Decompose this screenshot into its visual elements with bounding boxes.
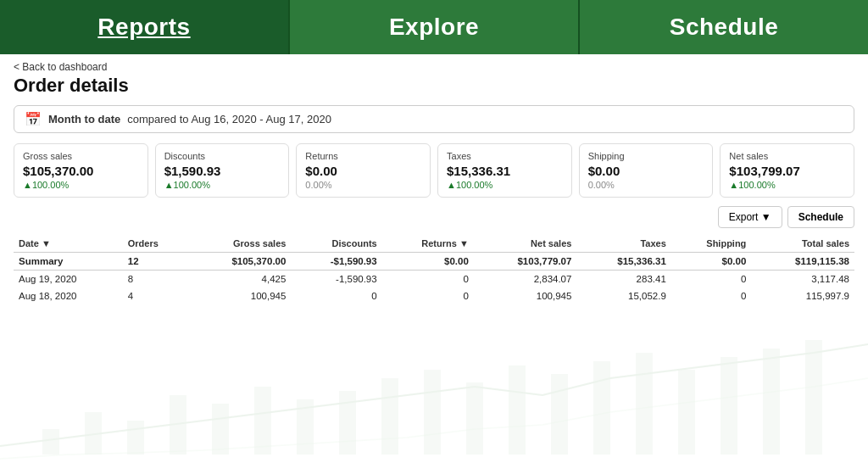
table-row-2: Aug 18, 20204100,94500100,94515,052.9011… (14, 287, 854, 304)
nav-reports[interactable]: Reports (0, 0, 288, 54)
table-cell-1-5: 2,834.07 (474, 271, 577, 288)
schedule-button[interactable]: Schedule (787, 206, 854, 228)
actions-row: Export ▼ Schedule (14, 206, 854, 228)
table-header-7: Shipping (671, 235, 752, 253)
svg-rect-2 (127, 421, 144, 455)
date-filter-bar[interactable]: 📅 Month to date compared to Aug 16, 2020… (14, 105, 854, 133)
svg-rect-3 (170, 395, 186, 455)
svg-rect-16 (721, 357, 737, 455)
table-cell-1-2: 4,425 (188, 271, 292, 288)
table-cell-2-3: 0 (291, 287, 381, 304)
table-cell-1-3: -1,590.93 (291, 271, 381, 288)
metric-change-0: ▲100.00% (23, 180, 139, 190)
svg-rect-18 (805, 340, 822, 455)
table-header-5: Net sales (474, 235, 577, 253)
table-cell-1-1: 8 (123, 271, 188, 288)
table-cell-0-4: $0.00 (382, 253, 474, 271)
comparison-text: compared to Aug 16, 2020 - Aug 17, 2020 (127, 113, 331, 126)
table-header: Date ▼OrdersGross salesDiscountsReturns … (14, 235, 854, 253)
back-link[interactable]: < Back to dashboard (14, 61, 854, 73)
metric-card-4: Shipping$0.000.00% (579, 143, 714, 198)
svg-rect-9 (424, 370, 441, 455)
svg-rect-14 (636, 353, 653, 455)
metric-value-1: $1,590.93 (164, 164, 281, 178)
table-cell-2-0: Aug 18, 2020 (14, 287, 123, 304)
metric-value-0: $105,370.00 (23, 164, 139, 178)
metric-card-0: Gross sales$105,370.00▲100.00% (14, 143, 148, 198)
metric-value-4: $0.00 (588, 164, 704, 178)
svg-rect-13 (593, 361, 610, 455)
metric-value-2: $0.00 (305, 164, 421, 178)
metric-card-1: Discounts$1,590.93▲100.00% (155, 143, 290, 198)
table-cell-0-6: $15,336.31 (576, 253, 670, 271)
metric-label-4: Shipping (588, 151, 704, 161)
svg-rect-4 (212, 404, 229, 455)
table-cell-1-7: 0 (671, 271, 752, 288)
table-header-2: Gross sales (188, 235, 292, 253)
metric-label-5: Net sales (729, 151, 845, 161)
nav-reports-label: Reports (97, 14, 190, 41)
table-header-0[interactable]: Date ▼ (14, 235, 123, 253)
svg-rect-6 (297, 399, 314, 455)
table-cell-0-7: $0.00 (671, 253, 752, 271)
metric-change-1: ▲100.00% (164, 180, 281, 190)
table-cell-1-6: 283.41 (576, 271, 670, 288)
metric-change-3: ▲100.00% (447, 180, 563, 190)
table-header-row: Date ▼OrdersGross salesDiscountsReturns … (14, 235, 854, 253)
table-row-0: Summary12$105,370.00-$1,590.93$0.00$103,… (14, 253, 854, 271)
table-cell-2-2: 100,945 (188, 287, 292, 304)
page-content: < Back to dashboard Order details 📅 Mont… (0, 54, 868, 313)
metric-label-1: Discounts (164, 151, 281, 161)
table-cell-2-6: 15,052.9 (576, 287, 670, 304)
main-content: < Back to dashboard Order details 📅 Mont… (0, 54, 868, 463)
table-header-3: Discounts (291, 235, 381, 253)
nav-explore-label: Explore (389, 14, 479, 41)
table-cell-1-0: Aug 19, 2020 (14, 271, 123, 288)
table-cell-2-7: 0 (671, 287, 752, 304)
svg-rect-11 (509, 365, 526, 455)
table-body: Summary12$105,370.00-$1,590.93$0.00$103,… (14, 253, 854, 305)
nav-explore[interactable]: Explore (290, 0, 578, 54)
table-cell-1-4: 0 (382, 271, 474, 288)
table-cell-0-3: -$1,590.93 (291, 253, 381, 271)
metric-card-2: Returns$0.000.00% (296, 143, 431, 198)
top-navigation: Reports Explore Schedule (0, 0, 868, 54)
nav-schedule[interactable]: Schedule (580, 0, 868, 54)
orders-table: Date ▼OrdersGross salesDiscountsReturns … (14, 235, 854, 304)
table-cell-0-2: $105,370.00 (188, 253, 292, 271)
metric-label-0: Gross sales (23, 151, 139, 161)
svg-rect-5 (254, 387, 271, 455)
metric-change-2: 0.00% (305, 180, 421, 190)
metric-card-3: Taxes$15,336.31▲100.00% (437, 143, 572, 198)
metric-change-4: 0.00% (588, 180, 704, 190)
svg-rect-8 (381, 378, 398, 455)
svg-rect-10 (466, 382, 483, 455)
metric-value-3: $15,336.31 (447, 164, 563, 178)
metric-label-3: Taxes (447, 151, 563, 161)
export-button[interactable]: Export ▼ (718, 206, 782, 228)
table-cell-1-8: 3,117.48 (751, 271, 854, 288)
metric-change-5: ▲100.00% (729, 180, 845, 190)
table-row-1: Aug 19, 202084,425-1,590.9302,834.07283.… (14, 271, 854, 288)
table-header-6: Taxes (576, 235, 670, 253)
svg-rect-17 (763, 349, 780, 455)
metrics-row: Gross sales$105,370.00▲100.00%Discounts$… (14, 143, 854, 198)
table-header-1: Orders (123, 235, 188, 253)
table-cell-2-5: 100,945 (474, 287, 577, 304)
svg-rect-15 (678, 370, 695, 455)
table-header-8: Total sales (751, 235, 854, 253)
table-cell-0-8: $119,115.38 (751, 253, 854, 271)
calendar-icon: 📅 (25, 111, 42, 127)
metric-value-5: $103,799.07 (729, 164, 845, 178)
nav-schedule-label: Schedule (670, 14, 778, 41)
metric-label-2: Returns (305, 151, 421, 161)
table-header-4[interactable]: Returns ▼ (382, 235, 474, 253)
svg-rect-0 (42, 429, 59, 455)
svg-rect-7 (339, 391, 356, 455)
page-title: Order details (14, 75, 854, 97)
period-label: Month to date (48, 113, 120, 126)
table-cell-2-1: 4 (123, 287, 188, 304)
metric-card-5: Net sales$103,799.07▲100.00% (720, 143, 854, 198)
table-cell-2-8: 115,997.9 (751, 287, 854, 304)
svg-rect-12 (551, 374, 568, 455)
